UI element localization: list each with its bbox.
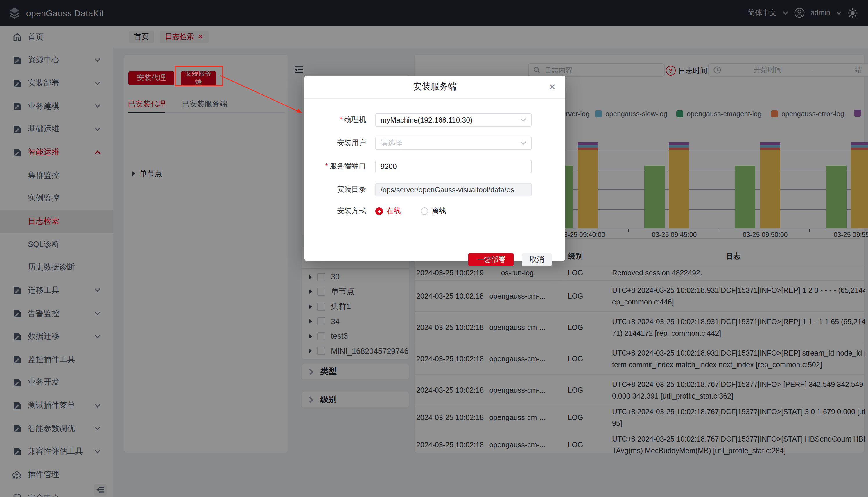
install-user-select[interactable]: 请选择	[375, 137, 531, 150]
physical-machine-select[interactable]: myMachine(192.168.110.30)	[375, 113, 531, 127]
dialog-header: 安装服务端 ✕	[304, 75, 565, 99]
cancel-button[interactable]: 取消	[522, 253, 552, 266]
select-placeholder: 请选择	[381, 138, 402, 148]
field-physical-machine: *物理机 myMachine(192.168.110.30)	[304, 113, 565, 127]
dialog-title: 安装服务端	[413, 81, 457, 93]
field-label: *服务端端口	[325, 161, 366, 171]
radio-label[interactable]: 在线	[386, 206, 401, 216]
field-label: 安装目录	[337, 185, 366, 195]
input-value: 9200	[381, 162, 397, 171]
radio-online[interactable]	[375, 208, 383, 215]
server-port-input[interactable]: 9200	[375, 160, 531, 173]
install-server-dialog: 安装服务端 ✕ *物理机 myMachine(192.168.110.30) 安…	[304, 75, 565, 261]
field-label: 安装方式	[337, 206, 366, 216]
one-click-deploy-button[interactable]: 一键部署	[468, 253, 514, 266]
app-root: openGauss DataKit 简体中文 admin	[0, 0, 868, 497]
close-icon[interactable]: ✕	[549, 83, 556, 91]
field-install-user: 安装用户 请选择	[304, 137, 565, 150]
field-install-dir: 安装目录 /ops/server/openGauss-visualtool/da…	[304, 183, 565, 196]
chevron-down-icon	[520, 141, 526, 145]
field-server-port: *服务端端口 9200	[304, 160, 565, 173]
chevron-down-icon	[520, 118, 526, 122]
field-label: 安装用户	[337, 138, 366, 148]
install-dir-input[interactable]: /ops/server/openGauss-visualtool/data/es	[375, 183, 531, 196]
select-value: myMachine(192.168.110.30)	[381, 116, 472, 124]
input-value: /ops/server/openGauss-visualtool/data/es	[381, 186, 514, 194]
field-install-mode: 安装方式 在线 离线	[304, 204, 565, 218]
field-label: *物理机	[340, 115, 366, 125]
radio-offline[interactable]	[421, 208, 428, 215]
radio-label[interactable]: 离线	[432, 206, 446, 216]
